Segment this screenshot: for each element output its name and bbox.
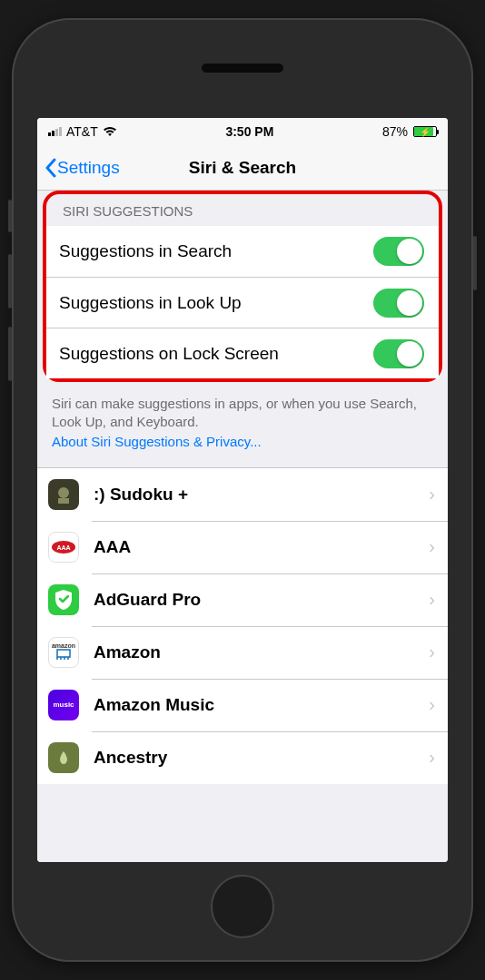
carrier-label: AT&T: [66, 124, 98, 139]
battery-percent: 87%: [382, 124, 408, 139]
chevron-right-icon: ›: [429, 484, 435, 505]
app-icon: music: [48, 690, 79, 720]
mute-switch: [8, 200, 12, 232]
content-scroll[interactable]: SIRI SUGGESTIONS Suggestions in Search S…: [37, 191, 448, 862]
app-row-adguard[interactable]: AdGuard Pro ›: [37, 573, 448, 626]
app-row-amazon-music[interactable]: music Amazon Music ›: [37, 679, 448, 731]
app-icon: [48, 584, 79, 615]
suggestions-in-search-row: Suggestions in Search: [46, 226, 439, 277]
wifi-icon: [103, 124, 117, 140]
volume-up-button: [8, 254, 12, 309]
chevron-right-icon: ›: [429, 589, 435, 610]
speaker-grille: [202, 64, 283, 73]
page-title: Siri & Search: [189, 158, 296, 178]
chevron-right-icon: ›: [429, 642, 435, 662]
phone-frame: AT&T 3:50 PM 87% ⚡ Settings: [12, 18, 473, 962]
app-label: AdGuard Pro: [94, 590, 429, 610]
nav-bar: Settings Siri & Search: [37, 145, 448, 191]
app-row-amazon[interactable]: amazon Amazon ›: [37, 626, 448, 679]
chevron-left-icon: [45, 158, 57, 178]
chevron-right-icon: ›: [429, 694, 435, 715]
suggestions-in-search-toggle[interactable]: [373, 237, 424, 266]
svg-point-0: [58, 487, 69, 498]
app-list: :) Sudoku + › AAA AAA › AdGuard Pro ›: [37, 467, 448, 784]
cell-label: Suggestions in Search: [59, 241, 373, 261]
app-label: Amazon: [94, 642, 429, 662]
home-button[interactable]: [211, 875, 274, 938]
status-time: 3:50 PM: [225, 124, 273, 139]
siri-suggestions-highlight-box: SIRI SUGGESTIONS Suggestions in Search S…: [43, 191, 442, 382]
charging-bolt-icon: ⚡: [420, 127, 431, 137]
cellular-signal-icon: [48, 127, 62, 136]
icon-text: music: [53, 701, 74, 709]
about-siri-suggestions-link[interactable]: About Siri Suggestions & Privacy...: [37, 434, 448, 467]
app-icon: [48, 742, 79, 773]
app-row-aaa[interactable]: AAA AAA ›: [37, 521, 448, 573]
suggestions-in-lookup-row: Suggestions in Look Up: [46, 277, 439, 328]
chevron-right-icon: ›: [429, 536, 435, 557]
app-icon: amazon: [48, 637, 79, 668]
cell-label: Suggestions in Look Up: [59, 293, 373, 313]
status-left: AT&T: [48, 124, 117, 140]
svg-text:AAA: AAA: [56, 544, 70, 551]
app-label: :) Sudoku +: [94, 485, 429, 505]
suggestions-section-header: SIRI SUGGESTIONS: [46, 194, 439, 226]
battery-icon: ⚡: [413, 126, 437, 137]
back-button[interactable]: Settings: [45, 158, 120, 178]
app-label: Ancestry: [94, 748, 429, 768]
svg-rect-4: [57, 650, 70, 657]
app-label: Amazon Music: [94, 695, 429, 715]
volume-down-button: [8, 327, 12, 381]
suggestions-in-lookup-toggle[interactable]: [373, 289, 424, 318]
app-row-ancestry[interactable]: Ancestry ›: [37, 731, 448, 784]
status-bar: AT&T 3:50 PM 87% ⚡: [37, 118, 448, 145]
svg-rect-1: [58, 498, 69, 504]
cell-label: Suggestions on Lock Screen: [59, 344, 373, 364]
status-right: 87% ⚡: [382, 124, 437, 139]
suggestions-on-lockscreen-toggle[interactable]: [373, 339, 424, 368]
suggestions-on-lockscreen-row: Suggestions on Lock Screen: [46, 328, 439, 378]
suggestions-footer-text: Siri can make suggestions in apps, or wh…: [37, 386, 448, 434]
app-icon: [48, 479, 79, 510]
screen: AT&T 3:50 PM 87% ⚡ Settings: [37, 118, 448, 862]
chevron-right-icon: ›: [429, 747, 435, 768]
app-label: AAA: [94, 537, 429, 557]
app-row-sudoku[interactable]: :) Sudoku + ›: [37, 468, 448, 521]
app-icon: AAA: [48, 532, 79, 563]
back-label: Settings: [57, 158, 120, 178]
power-button: [473, 236, 477, 290]
